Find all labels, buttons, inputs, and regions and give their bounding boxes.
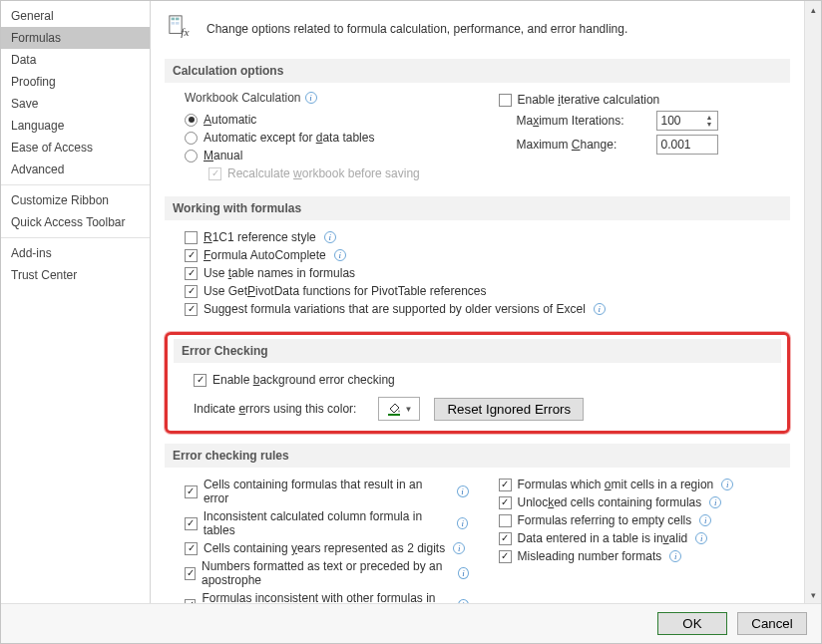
- check-rule-invalid-table-data-label: Data entered in a table is invalid: [518, 531, 688, 545]
- sidebar-item-save[interactable]: Save: [1, 93, 150, 115]
- check-getpivotdata[interactable]: [185, 285, 198, 298]
- section-working-with-formulas: Working with formulas: [165, 196, 790, 220]
- info-icon[interactable]: [695, 532, 707, 544]
- check-rule-misleading-formats[interactable]: [499, 550, 512, 563]
- sidebar-item-language[interactable]: Language: [1, 115, 150, 137]
- check-rule-unlocked[interactable]: [499, 496, 512, 509]
- check-rule-empty-cells[interactable]: [499, 514, 512, 527]
- info-icon[interactable]: [699, 514, 711, 526]
- sidebar-item-quick-access-toolbar[interactable]: Quick Access Toolbar: [1, 211, 150, 233]
- sidebar-item-advanced[interactable]: Advanced: [1, 159, 150, 180]
- check-r1c1[interactable]: [185, 231, 198, 244]
- indicate-color-label: Indicate errors using this color:: [194, 402, 356, 416]
- spinner-icon[interactable]: ▲▼: [706, 114, 713, 128]
- info-icon[interactable]: [457, 485, 469, 497]
- cancel-button[interactable]: Cancel: [737, 612, 807, 635]
- svg-rect-1: [172, 18, 176, 21]
- max-change-input[interactable]: 0.001: [656, 135, 718, 155]
- sidebar-item-add-ins[interactable]: Add-ins: [1, 242, 150, 264]
- info-icon[interactable]: [324, 231, 336, 243]
- sidebar-item-data[interactable]: Data: [1, 49, 150, 71]
- check-getpivotdata-label: Use GetPivotData functions for PivotTabl…: [204, 284, 486, 298]
- sidebar-item-formulas[interactable]: Formulas: [1, 27, 150, 49]
- check-rule-empty-cells-label: Formulas referring to empty cells: [518, 513, 692, 527]
- check-formula-autocomplete[interactable]: [185, 249, 198, 262]
- error-color-picker[interactable]: ▼: [378, 397, 420, 421]
- check-rule-inconsistent-column-label: Inconsistent calculated column formula i…: [204, 509, 449, 537]
- check-r1c1-label: R1C1 reference style: [204, 230, 316, 244]
- check-table-names-label: Use table names in formulas: [204, 266, 355, 280]
- check-enable-background-error[interactable]: [194, 374, 206, 387]
- page-description: Change options related to formula calcul…: [206, 22, 627, 36]
- info-icon[interactable]: [721, 479, 733, 490]
- check-enable-iterative[interactable]: [499, 94, 512, 107]
- check-rule-inconsistent-region[interactable]: [185, 599, 196, 604]
- vertical-scrollbar[interactable]: ▴ ▾: [804, 1, 821, 603]
- check-suggest-variations-label: Suggest formula variations that are supp…: [204, 302, 586, 316]
- paint-bucket-icon: [386, 401, 402, 417]
- check-enable-background-error-label: Enable background error checking: [212, 373, 395, 387]
- svg-rect-3: [172, 22, 176, 25]
- chevron-down-icon: ▼: [404, 405, 412, 414]
- check-rule-numbers-as-text[interactable]: [185, 567, 196, 580]
- check-enable-iterative-label: Enable iterative calculation: [518, 93, 660, 107]
- error-checking-highlight: Error Checking Enable background error c…: [165, 332, 790, 434]
- scroll-down-icon[interactable]: ▾: [805, 586, 821, 603]
- section-calculation-options: Calculation options: [165, 59, 790, 83]
- check-rule-invalid-table-data[interactable]: [499, 532, 512, 545]
- sidebar-item-customize-ribbon[interactable]: Customize Ribbon: [1, 189, 150, 211]
- info-icon[interactable]: [594, 303, 606, 315]
- max-iterations-input[interactable]: 100 ▲▼: [656, 111, 718, 131]
- options-content: fx Change options related to formula cal…: [151, 1, 804, 603]
- info-icon[interactable]: [709, 496, 721, 508]
- workbook-calculation-label: Workbook Calculation: [185, 91, 301, 105]
- check-recalculate-before-save: [208, 167, 221, 180]
- check-rule-omit-cells[interactable]: [499, 479, 512, 491]
- check-rule-formula-error[interactable]: [185, 485, 198, 498]
- radio-auto-except-tables[interactable]: [185, 132, 198, 145]
- radio-manual-label: Manual: [204, 149, 242, 162]
- info-icon[interactable]: [334, 249, 346, 261]
- info-icon[interactable]: [458, 567, 468, 579]
- sidebar-item-trust-center[interactable]: Trust Center: [1, 264, 150, 286]
- sidebar-item-general[interactable]: General: [1, 5, 150, 27]
- options-sidebar: General Formulas Data Proofing Save Lang…: [1, 1, 151, 603]
- section-error-checking: Error Checking: [174, 339, 781, 363]
- ok-button[interactable]: OK: [657, 612, 727, 635]
- check-suggest-variations[interactable]: [185, 303, 198, 316]
- max-iterations-label: Maximum Iterations:: [517, 114, 646, 128]
- sidebar-item-ease-of-access[interactable]: Ease of Access: [1, 137, 150, 159]
- formulas-icon: fx: [169, 15, 197, 43]
- max-change-label: Maximum Change:: [517, 138, 646, 152]
- info-icon[interactable]: [305, 92, 317, 104]
- check-recalculate-before-save-label: Recalculate workbook before saving: [227, 166, 420, 180]
- check-rule-inconsistent-column[interactable]: [185, 517, 198, 530]
- info-icon[interactable]: [453, 542, 465, 554]
- reset-ignored-errors-button[interactable]: Reset Ignored Errors: [434, 398, 584, 421]
- scroll-up-icon[interactable]: ▴: [805, 1, 821, 18]
- check-rule-unlocked-label: Unlocked cells containing formulas: [518, 495, 702, 509]
- check-rule-2digit-years-label: Cells containing years represented as 2 …: [204, 541, 445, 555]
- check-rule-omit-cells-label: Formulas which omit cells in a region: [518, 478, 714, 491]
- radio-automatic[interactable]: [185, 114, 198, 127]
- sidebar-item-proofing[interactable]: Proofing: [1, 71, 150, 93]
- dialog-footer: OK Cancel: [1, 604, 821, 643]
- svg-text:fx: fx: [181, 26, 189, 38]
- info-icon[interactable]: [458, 599, 469, 603]
- section-error-checking-rules: Error checking rules: [165, 444, 790, 468]
- radio-auto-except-tables-label: Automatic except for data tables: [204, 131, 374, 145]
- check-formula-autocomplete-label: Formula AutoComplete: [204, 248, 326, 262]
- radio-manual[interactable]: [185, 150, 198, 162]
- svg-rect-4: [176, 22, 180, 25]
- check-rule-2digit-years[interactable]: [185, 542, 198, 555]
- check-rule-misleading-formats-label: Misleading number formats: [518, 549, 662, 563]
- info-icon[interactable]: [457, 517, 469, 529]
- check-table-names[interactable]: [185, 267, 198, 280]
- check-rule-inconsistent-region-label: Formulas inconsistent with other formula…: [202, 591, 450, 603]
- check-rule-numbers-as-text-label: Numbers formatted as text or preceded by…: [202, 559, 450, 587]
- svg-rect-6: [388, 414, 400, 416]
- svg-rect-2: [176, 18, 180, 21]
- info-icon[interactable]: [669, 550, 681, 562]
- radio-automatic-label: Automatic: [204, 113, 256, 127]
- check-rule-formula-error-label: Cells containing formulas that result in…: [204, 478, 449, 505]
